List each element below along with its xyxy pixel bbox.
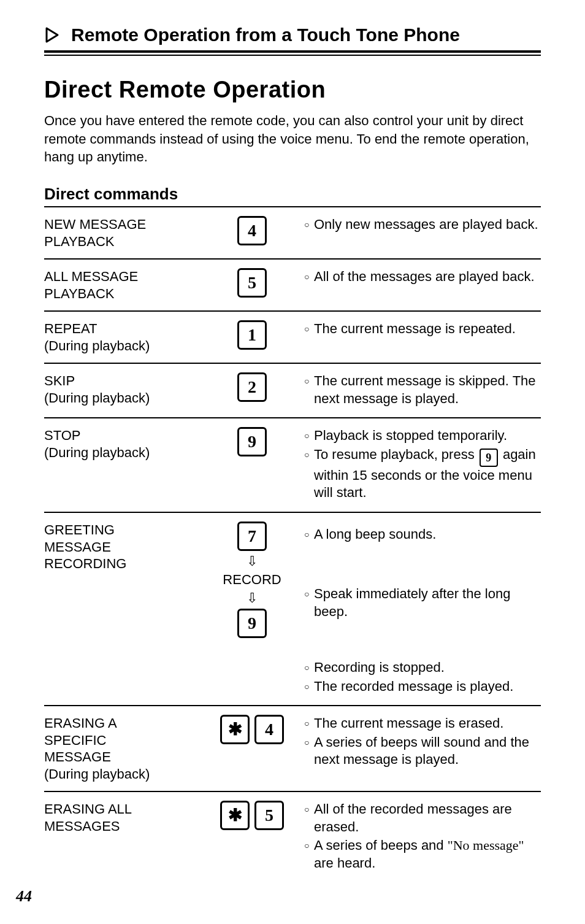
keycap-5-icon: 5: [254, 801, 284, 830]
cmd-name: STOP (During playback): [44, 427, 200, 461]
cmd-desc: ○ Only new messages are played back.: [304, 216, 541, 235]
row-erase-specific: ERASING A SPECIFIC MESSAGE (During playb…: [44, 706, 541, 792]
keycap-9-icon: 9: [237, 427, 267, 456]
bullet: ○ The current message is skipped. The ne…: [304, 372, 541, 407]
cmd-keys: ✱ 4: [200, 715, 304, 744]
cmd-desc: ○ All of the recorded messages are erase…: [304, 801, 541, 873]
intro-paragraph: Once you have entered the remote code, y…: [44, 112, 541, 166]
chapter-heading: Remote Operation from a Touch Tone Phone: [44, 25, 541, 49]
cmd-keys: 7 ⇩ RECORD ⇩ 9: [200, 522, 304, 638]
bullet: ○ All of the recorded messages are erase…: [304, 801, 541, 836]
bullet-text: The recorded message is played.: [314, 678, 541, 696]
cmd-name: NEW MESSAGE PLAYBACK: [44, 216, 200, 250]
bullet-text: Speak immediately after the long beep.: [314, 585, 541, 620]
row-stop: STOP (During playback) 9 ○ Playback is s…: [44, 418, 541, 513]
manual-page: Remote Operation from a Touch Tone Phone…: [0, 0, 585, 924]
cmd-desc: ○ All of the messages are played back.: [304, 268, 541, 287]
svg-marker-0: [47, 28, 58, 42]
bullet-icon: ○: [304, 837, 313, 854]
cmd-keys: 5: [200, 268, 304, 298]
bullet-icon: ○: [304, 268, 313, 285]
cmd-name: SKIP (During playback): [44, 372, 200, 406]
bullet: ○ A long beep sounds.: [304, 526, 541, 544]
keycap-9-icon: 9: [237, 609, 267, 638]
bullet: ○ Playback is stopped temporarily.: [304, 427, 541, 445]
bullet-text: The current message is repeated.: [314, 320, 541, 338]
down-arrow-icon: ⇩: [247, 591, 258, 605]
cmd-desc: ○ The current message is skipped. The ne…: [304, 372, 541, 409]
cmd-keys: 4: [200, 216, 304, 245]
bullet: ○ A series of beeps will sound and the n…: [304, 734, 541, 769]
keycap-star-icon: ✱: [220, 801, 250, 830]
key-row: ✱ 4: [220, 715, 284, 744]
bullet: ○ Only new messages are played back.: [304, 216, 541, 234]
row-all-message: ALL MESSAGE PLAYBACK 5 ○ All of the mess…: [44, 260, 541, 312]
bullet: ○ The current message is erased.: [304, 715, 541, 733]
text-part: are heard.: [314, 855, 375, 871]
bullet: ○ A series of beeps and "No message" are…: [304, 837, 541, 872]
cmd-name: ALL MESSAGE PLAYBACK: [44, 268, 200, 302]
bullet-icon: ○: [304, 659, 313, 676]
cmd-name: REPEAT (During playback): [44, 320, 200, 354]
cmd-keys: ✱ 5: [200, 801, 304, 830]
keycap-star-icon: ✱: [220, 715, 250, 744]
quoted-text: "No message": [448, 837, 524, 853]
bullet-icon: ○: [304, 585, 313, 603]
bullet-icon: ○: [304, 734, 313, 751]
text-part: To resume playback, press: [314, 447, 478, 462]
section-title: Direct Remote Operation: [44, 77, 541, 103]
cmd-name: GREETING MESSAGE RECORDING: [44, 522, 200, 572]
bullet-text: Only new messages are played back.: [314, 216, 541, 234]
bullet: ○ All of the messages are played back.: [304, 268, 541, 286]
bullet: ○ Speak immediately after the long beep.: [304, 585, 541, 620]
bullet-text: Recording is stopped.: [314, 659, 541, 677]
greeting-step3-desc: ○ Recording is stopped. ○ The recorded m…: [304, 659, 541, 696]
greeting-step1-desc: ○ A long beep sounds.: [304, 522, 541, 549]
row-skip: SKIP (During playback) 2 ○ The current m…: [44, 364, 541, 418]
bullet-icon: ○: [304, 678, 313, 695]
cmd-keys: 1: [200, 320, 304, 350]
keycap-1-icon: 1: [237, 320, 267, 350]
page-number: 44: [16, 887, 32, 906]
bullet-text: A series of beeps and "No message" are h…: [314, 837, 541, 872]
cmd-desc: ○ Playback is stopped temporarily. ○ To …: [304, 427, 541, 503]
row-new-message: NEW MESSAGE PLAYBACK 4 ○ Only new messag…: [44, 207, 541, 260]
bullet: ○ Recording is stopped.: [304, 659, 541, 677]
bullet-text: A series of beeps will sound and the nex…: [314, 734, 541, 769]
chapter-rule: [44, 50, 541, 56]
cmd-desc: ○ A long beep sounds. ○ Speak immediatel…: [304, 522, 541, 696]
bullet-text: The current message is erased.: [314, 715, 541, 733]
keycap-2-icon: 2: [237, 372, 267, 402]
direct-commands-heading: Direct commands: [44, 185, 541, 204]
bullet: ○ The recorded message is played.: [304, 678, 541, 696]
keycap-4-icon: 4: [237, 216, 267, 245]
bullet-text: To resume playback, press 9 again within…: [314, 446, 541, 502]
greeting-step2-desc: ○ Speak immediately after the long beep.: [304, 585, 541, 622]
cmd-keys: 9: [200, 427, 304, 456]
cmd-keys: 2: [200, 372, 304, 402]
bullet-icon: ○: [304, 526, 313, 543]
text-part: A series of beeps and: [314, 837, 448, 853]
cmd-name: ERASING ALL MESSAGES: [44, 801, 200, 834]
bullet: ○ To resume playback, press 9 again with…: [304, 446, 541, 502]
chapter-title: Remote Operation from a Touch Tone Phone: [71, 25, 460, 45]
bullet-icon: ○: [304, 715, 313, 732]
bullet-icon: ○: [304, 216, 313, 233]
bullet-text: Playback is stopped temporarily.: [314, 427, 541, 445]
keycap-9-inline-icon: 9: [480, 449, 498, 467]
record-label: RECORD: [223, 572, 281, 588]
bullet-icon: ○: [304, 427, 313, 444]
spacer: [304, 622, 541, 659]
bullet-icon: ○: [304, 372, 313, 390]
bullet-text: All of the messages are played back.: [314, 268, 541, 286]
keycap-4-icon: 4: [254, 715, 284, 744]
cmd-desc: ○ The current message is repeated.: [304, 320, 541, 339]
spacer: [304, 549, 541, 585]
arrow-right-icon: [44, 26, 63, 44]
bullet-icon: ○: [304, 446, 313, 463]
bullet-icon: ○: [304, 320, 313, 337]
key-row: ✱ 5: [220, 801, 284, 830]
bullet-icon: ○: [304, 801, 313, 818]
row-erase-all: ERASING ALL MESSAGES ✱ 5 ○ All of the re…: [44, 792, 541, 882]
cmd-name: ERASING A SPECIFIC MESSAGE (During playb…: [44, 715, 200, 782]
